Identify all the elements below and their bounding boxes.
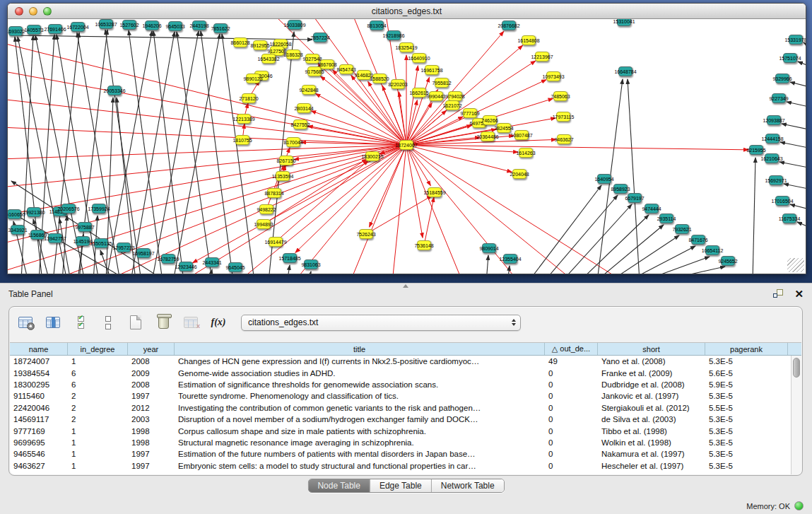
column-header[interactable]: pagerank (705, 343, 788, 355)
table-row[interactable]: 1830029562008Estimation of significance … (10, 379, 801, 390)
graph-node[interactable]: 12355404 (503, 254, 517, 264)
minimize-window-icon[interactable] (29, 7, 37, 16)
table-row[interactable]: 1938455462009Genome-wide association stu… (10, 367, 801, 378)
table-selector[interactable]: citations_edges.txt (241, 315, 521, 331)
graph-node[interactable]: 1946206 (145, 21, 159, 30)
graph-node[interactable]: 8220203 (391, 79, 405, 89)
graph-node[interactable]: 8427552 (293, 119, 307, 129)
graph-node[interactable]: 17359924 (92, 204, 106, 214)
graph-node[interactable]: 746266 (483, 115, 497, 125)
graph-node[interactable]: 8660128 (233, 37, 247, 47)
graph-node[interactable]: 9463627 (557, 134, 571, 144)
splitter-handle-icon[interactable] (403, 284, 408, 288)
graph-node[interactable]: 6679197 (628, 193, 642, 203)
graph-node[interactable]: 7536148 (417, 240, 431, 250)
column-header[interactable]: name (10, 343, 68, 355)
graph-node[interactable]: 9809014 (482, 243, 496, 253)
tab-edge-table[interactable]: Edge Table (370, 479, 432, 492)
column-header[interactable]: in_degree (68, 343, 128, 355)
column-header[interactable]: year (128, 343, 175, 355)
graph-node[interactable]: 2935114 (659, 214, 673, 223)
graph-node[interactable]: 1145194 (76, 236, 90, 246)
zoom-window-icon[interactable] (43, 7, 52, 16)
tab-network-table[interactable]: Network Table (432, 479, 504, 492)
graph-node[interactable]: 9474444 (645, 204, 659, 214)
graph-node[interactable]: 8267150 (279, 156, 293, 165)
graph-node[interactable]: 20876682 (502, 21, 516, 30)
graph-node[interactable]: 9242848 (302, 85, 316, 95)
table-row[interactable]: 946554611997Estimation of the future num… (10, 448, 801, 460)
graph-node[interactable]: 2718120 (242, 93, 256, 103)
graph-node[interactable]: 7485063 (553, 91, 567, 101)
graph-node[interactable]: 3343921 (11, 225, 25, 235)
graph-node[interactable]: 20364486 (481, 132, 495, 141)
table-row[interactable]: 1456911722003Disruption of a novel membe… (10, 414, 801, 425)
graph-node[interactable]: 9794028 (448, 91, 462, 101)
graph-node[interactable]: 9645033 (168, 21, 182, 31)
memory-status-icon[interactable] (794, 501, 804, 510)
tab-node-table[interactable]: Node Table (308, 479, 370, 492)
graph-node[interactable]: 1156869 (30, 230, 45, 240)
graph-node[interactable]: 13505135 (94, 238, 108, 248)
new-document-icon[interactable] (126, 313, 145, 332)
graph-node[interactable]: 7955812 (435, 78, 449, 88)
graph-node[interactable]: 25160650 (8, 209, 21, 219)
graph-node[interactable]: 15692971 (769, 175, 783, 185)
graph-node[interactable]: 10654112 (705, 245, 719, 255)
table-row[interactable]: 911546021997Tourette syndrome. Phenomeno… (10, 390, 801, 402)
table-row[interactable]: 946362711997Embryonic stem cells: a mode… (10, 460, 801, 472)
scrollbar-thumb[interactable] (793, 358, 800, 378)
graph-node[interactable]: 8170044 (286, 137, 300, 147)
graph-node[interactable]: 1405573 (27, 25, 41, 35)
graph-node[interactable]: 9245652 (721, 256, 735, 266)
graph-node[interactable]: 18724007 (399, 140, 413, 150)
graph-node[interactable]: 7932621 (675, 224, 689, 234)
table-row[interactable]: 2242004622012Investigating the contribut… (10, 402, 801, 414)
graph-node[interactable]: 12213389 (237, 114, 251, 124)
graph-node[interactable]: 12093887 (767, 115, 781, 125)
window-titlebar[interactable]: citations_edges.txt (8, 4, 806, 19)
graph-node[interactable]: 8471676 (691, 235, 705, 245)
graph-node[interactable]: 9990443 (429, 91, 443, 101)
float-panel-icon[interactable] (773, 289, 784, 299)
graph-node[interactable]: 16722004 (71, 22, 85, 32)
graph-node[interactable]: 16640910 (412, 53, 426, 63)
graph-node[interactable]: 8186328 (286, 49, 300, 59)
graph-node[interactable]: 9175685 (307, 66, 322, 76)
graph-node[interactable]: 15184559 (428, 187, 442, 197)
graph-node[interactable]: 2867608 (320, 59, 334, 69)
table-row[interactable]: 977716911998Corpus callosum shape and si… (10, 425, 801, 436)
graph-node[interactable]: 1621072 (445, 100, 459, 110)
graph-node[interactable]: 16154808 (522, 35, 536, 45)
graph-node[interactable]: 10973493 (546, 71, 560, 81)
graph-node[interactable]: 20053346 (107, 86, 122, 95)
graph-node[interactable]: 16782759 (161, 254, 175, 264)
clear-selection-icon[interactable] (99, 313, 117, 332)
graph-node[interactable]: 1994893 (257, 219, 271, 229)
graph-node[interactable]: 1614263 (519, 148, 533, 158)
graph-node[interactable]: 11353594 (276, 171, 290, 181)
graph-node[interactable]: 16914479 (269, 237, 283, 247)
graph-node[interactable]: 9227349 (772, 93, 786, 103)
graph-node[interactable]: 2443341 (205, 257, 219, 267)
graph-node[interactable]: 10807487 (514, 130, 529, 140)
graph-node[interactable]: 7526243 (359, 229, 373, 239)
graph-node[interactable]: 12444158 (765, 134, 779, 144)
graph-node[interactable]: 16033809 (288, 20, 302, 30)
graph-node[interactable]: 16958197 (136, 248, 151, 258)
graph-node[interactable]: 15751074 (783, 53, 797, 63)
graph-node[interactable]: 9975887 (78, 222, 92, 232)
table-vertical-scrollbar[interactable] (791, 356, 801, 474)
graph-node[interactable]: 13942757 (48, 233, 62, 243)
graph-node[interactable]: 3824554 (497, 123, 511, 133)
column-header[interactable]: title (175, 343, 545, 355)
graph-node[interactable]: 1588520 (372, 74, 387, 83)
graph-node[interactable]: 2443198 (192, 21, 206, 30)
graph-node[interactable]: 19921380 (27, 207, 41, 217)
select-all-rows-icon[interactable] (71, 313, 90, 332)
graph-node[interactable]: 1527602 (122, 20, 136, 30)
graph-node[interactable]: 15718485 (283, 253, 297, 263)
graph-node[interactable]: 8878314 (267, 188, 281, 198)
graph-node[interactable]: 16210643 (765, 153, 779, 163)
graph-node[interactable]: 9831063 (304, 259, 318, 269)
